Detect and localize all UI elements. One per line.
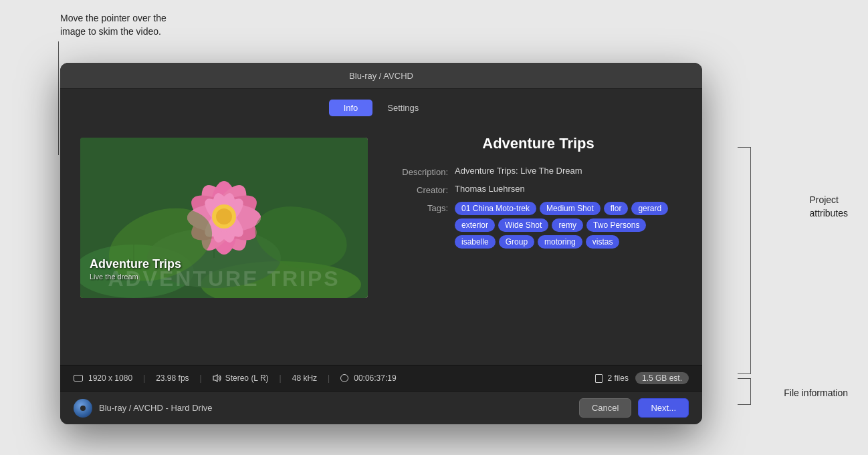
duration-item: 00:06:37:19 bbox=[340, 373, 396, 383]
tag-item[interactable]: Group bbox=[499, 235, 534, 249]
tag-item[interactable]: Two Persons bbox=[586, 218, 646, 232]
creator-label: Creator: bbox=[395, 184, 455, 195]
file-info-annotation: File information bbox=[784, 388, 848, 398]
video-bg-title: ADVENTURE TRIPS bbox=[80, 267, 368, 291]
hint-annotation: Move the pointer over theimage to skim t… bbox=[60, 12, 167, 38]
tag-item[interactable]: flor bbox=[604, 202, 629, 215]
project-title: Adventure Trips bbox=[395, 135, 682, 152]
description-value: Adventure Trips: Live The Dream bbox=[455, 166, 582, 176]
status-bar: 1920 x 1080 | 23.98 fps | Stereo (L R) |… bbox=[60, 365, 702, 391]
speaker-icon bbox=[213, 374, 222, 382]
sample-rate-value: 48 kHz bbox=[292, 373, 317, 383]
duration-value: 00:06:37:19 bbox=[354, 373, 396, 383]
creator-row: Creator: Thomas Luehrsen bbox=[395, 184, 682, 195]
tag-item[interactable]: vistas bbox=[586, 235, 620, 249]
files-item: 2 files bbox=[595, 373, 629, 383]
title-bar: Blu-ray / AVCHD bbox=[60, 63, 702, 89]
cancel-button[interactable]: Cancel bbox=[579, 398, 631, 418]
resolution-icon bbox=[74, 375, 83, 382]
tags-container: 01 China Moto-trekMedium Shotflorgerarde… bbox=[455, 202, 682, 249]
tag-item[interactable]: exterior bbox=[455, 218, 495, 232]
video-thumbnail[interactable]: Adventure Trips Live the dream ADVENTURE… bbox=[80, 138, 368, 298]
creator-value: Thomas Luehrsen bbox=[455, 184, 525, 194]
content-area: Adventure Trips Live the dream ADVENTURE… bbox=[60, 124, 702, 365]
resolution-value: 1920 x 1080 bbox=[88, 373, 132, 383]
tag-item[interactable]: motoring bbox=[538, 235, 582, 249]
tab-info[interactable]: Info bbox=[329, 100, 373, 116]
description-row: Description: Adventure Trips: Live The D… bbox=[395, 166, 682, 177]
bottom-toolbar: Blu-ray / AVCHD - Hard Drive Cancel Next… bbox=[60, 391, 702, 424]
tag-item[interactable]: remy bbox=[552, 218, 583, 232]
clock-icon bbox=[340, 374, 348, 382]
tab-settings[interactable]: Settings bbox=[372, 100, 433, 116]
info-panel: Adventure Trips Description: Adventure T… bbox=[395, 131, 682, 351]
tags-label: Tags: bbox=[395, 202, 455, 213]
files-count: 2 files bbox=[608, 373, 629, 383]
disc-hole bbox=[80, 406, 86, 411]
fps-value: 23.98 fps bbox=[156, 373, 189, 383]
tag-item[interactable]: gerard bbox=[631, 202, 668, 215]
audio-value: Stereo (L R) bbox=[225, 373, 269, 383]
file-info-bracket bbox=[738, 378, 751, 405]
page-icon bbox=[595, 374, 603, 383]
tag-item[interactable]: Wide Shot bbox=[498, 218, 548, 232]
attributes-annotation: Projectattributes bbox=[809, 194, 848, 220]
tags-row: Tags: 01 China Moto-trekMedium Shotflorg… bbox=[395, 202, 682, 249]
files-right: 2 files 1.5 GB est. bbox=[595, 372, 689, 384]
svg-point-18 bbox=[216, 208, 232, 224]
main-dialog: Blu-ray / AVCHD Info Settings bbox=[60, 63, 702, 424]
description-label: Description: bbox=[395, 166, 455, 177]
svg-marker-21 bbox=[213, 375, 217, 382]
source-label: Blu-ray / AVCHD - Hard Drive bbox=[99, 403, 572, 413]
tabs-area: Info Settings bbox=[60, 89, 702, 124]
disc-icon bbox=[74, 399, 92, 418]
file-size-badge: 1.5 GB est. bbox=[635, 372, 689, 384]
audio-item: Stereo (L R) bbox=[213, 373, 269, 383]
tag-item[interactable]: 01 China Moto-trek bbox=[455, 202, 536, 215]
tag-item[interactable]: Medium Shot bbox=[540, 202, 601, 215]
video-bg: Adventure Trips Live the dream ADVENTURE… bbox=[80, 138, 368, 298]
resolution-item: 1920 x 1080 bbox=[74, 373, 132, 383]
tag-item[interactable]: isabelle bbox=[455, 235, 496, 249]
annotation-line bbox=[58, 41, 59, 155]
dialog-title: Blu-ray / AVCHD bbox=[349, 71, 413, 81]
next-button[interactable]: Next... bbox=[638, 398, 689, 418]
attributes-bracket bbox=[738, 147, 751, 374]
